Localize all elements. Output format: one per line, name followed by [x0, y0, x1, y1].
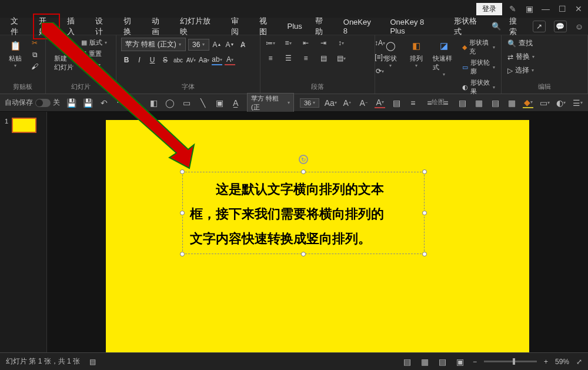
zoom-in-icon[interactable]: + [544, 358, 548, 366]
tab-onekey8plus[interactable]: OneKey 8 Plus [385, 15, 447, 38]
shape-effect-button[interactable]: ◐形状效果▾ [461, 78, 496, 96]
line-spacing-icon[interactable]: ↕▾ [336, 38, 346, 48]
underline-button[interactable]: U [147, 55, 158, 65]
arrange-icon-qat[interactable]: ◧ [148, 98, 159, 108]
qat-align3[interactable]: ▦ [506, 98, 517, 108]
view-sorter-icon[interactable]: ▦ [420, 356, 430, 367]
qat-align2[interactable]: ▤ [490, 98, 500, 108]
qat-outline[interactable]: ▭▾ [539, 98, 550, 108]
bullets-icon[interactable]: ≔▾ [265, 38, 276, 48]
fit-screen-icon[interactable]: ⤢ [576, 358, 582, 366]
handle-s[interactable] [301, 252, 306, 256]
cut-icon[interactable]: ✂ [29, 38, 40, 48]
handle-n[interactable] [301, 169, 306, 174]
handle-ne[interactable] [422, 169, 427, 174]
align-left-icon[interactable]: ≡ [265, 53, 276, 64]
clear-format-icon[interactable]: A̷ [238, 39, 248, 50]
indent-inc-icon[interactable]: ⇥ [318, 38, 329, 48]
qat-size-combo[interactable]: 36▾ [300, 98, 319, 108]
zoom-out-icon[interactable]: − [473, 358, 477, 366]
view-slideshow-icon[interactable]: ▣ [455, 356, 466, 367]
decrease-font-icon[interactable]: A▼ [225, 39, 235, 50]
textbox-icon-qat[interactable]: A̲ [230, 98, 241, 108]
zoom-slider[interactable] [484, 361, 537, 362]
draw-tool-icon[interactable]: ✎ [507, 3, 519, 15]
view-reading-icon[interactable]: ▤ [437, 356, 448, 367]
handle-e[interactable] [422, 211, 427, 215]
arrange-button[interactable]: ◧ 排列▾ [406, 38, 427, 69]
minimize-icon[interactable]: — [540, 3, 552, 15]
close-icon[interactable]: ✕ [573, 3, 584, 15]
rect-icon-qat[interactable]: ▭ [181, 98, 192, 108]
qat-more[interactable]: ☰▾ [572, 98, 583, 108]
numbering-icon[interactable]: ≡▾ [283, 38, 293, 48]
qat-fontcolor[interactable]: A▾ [375, 98, 385, 108]
qat-align[interactable]: ▤ [391, 98, 402, 108]
align-center-icon[interactable]: ☰ [283, 53, 293, 64]
qat-fill[interactable]: ◆▾ [523, 98, 533, 108]
slide-canvas[interactable]: ↻ 这是默认文字横向排列的文本 框，接下来我们需要将横向排列的 文字内容快速转换… [106, 120, 529, 352]
ribbon-options-icon[interactable]: ▣ [523, 3, 535, 15]
search-label[interactable]: 搜索 [509, 16, 524, 37]
frame-icon-qat[interactable]: ▣ [214, 98, 225, 108]
save-icon-2[interactable]: 💾 [82, 98, 93, 108]
handle-w[interactable] [180, 211, 185, 215]
replace-button[interactable]: ⇄替换▾ [506, 51, 536, 62]
zoom-value[interactable]: 59% [555, 358, 569, 366]
from-start-icon[interactable]: ▷ [132, 98, 142, 108]
slide-thumbnail[interactable]: 1 [5, 118, 42, 133]
find-button[interactable]: 🔍查找 [506, 38, 536, 49]
section-button[interactable]: ▤节▾ [80, 60, 108, 70]
quickstyle-button[interactable]: ◪ 快速样式▾ [432, 38, 456, 78]
handle-se[interactable] [422, 252, 427, 256]
handle-nw[interactable] [180, 169, 185, 174]
selected-textbox[interactable]: ↻ 这是默认文字横向排列的文本 框，接下来我们需要将横向排列的 文字内容快速转换… [182, 172, 425, 254]
shape-outline-button[interactable]: ▭形状轮廓▾ [461, 58, 496, 76]
shape-fill-button[interactable]: ◆形状填充▾ [461, 38, 496, 56]
highlight-button[interactable]: ab▾ [212, 55, 222, 65]
maximize-icon[interactable]: ☐ [556, 3, 568, 15]
comment-icon[interactable]: 💬 [554, 21, 567, 32]
qat-align-r[interactable]: ≡ [440, 98, 451, 108]
shape-icon-qat[interactable]: ◯ [165, 98, 175, 108]
qat-dist[interactable]: ▦ [473, 98, 484, 108]
increase-font-icon[interactable]: A▲ [212, 39, 222, 50]
tab-onekey8[interactable]: OneKey 8 [338, 15, 383, 38]
line-icon-qat[interactable]: ╲ [198, 98, 208, 108]
strike-button[interactable]: S [160, 55, 171, 65]
share-icon[interactable]: ↗ [533, 21, 546, 32]
font-color-button[interactable]: A▾ [225, 55, 235, 65]
tab-plus[interactable]: Plus [282, 19, 308, 33]
notes-icon[interactable]: ▤ [89, 358, 96, 366]
copy-icon[interactable]: ⧉ [29, 49, 40, 60]
paste-button[interactable]: 📋 粘贴 ▾ [5, 38, 26, 69]
spacing-button[interactable]: AV▾ [186, 55, 196, 65]
format-painter-icon[interactable]: 🖌 [29, 61, 40, 72]
shadow-button[interactable]: abc [173, 55, 183, 65]
autosave-toggle[interactable]: 自动保存 关 [5, 98, 60, 108]
new-slide-button[interactable]: ▭ 新建 幻灯片 [51, 38, 76, 73]
qat-incfont[interactable]: A+ [342, 98, 352, 108]
qat-align-l[interactable]: ≡ [407, 98, 418, 108]
qat-effect[interactable]: ◐▾ [556, 98, 566, 108]
changecase-button[interactable]: Aa▾ [199, 55, 209, 65]
font-size-combo[interactable]: 36▾ [188, 39, 209, 51]
layout-button[interactable]: ▦版式▾ [80, 38, 108, 48]
reset-button[interactable]: ↺重置 [80, 49, 108, 59]
canvas-zone[interactable]: ↻ 这是默认文字横向排列的文本 框，接下来我们需要将横向排列的 文字内容快速转换… [47, 112, 588, 352]
qat-align-c[interactable]: ≡ [424, 98, 435, 108]
distribute-icon[interactable]: ▤▾ [336, 53, 346, 64]
save-icon[interactable]: 💾 [66, 98, 76, 108]
justify-icon[interactable]: ▤ [318, 53, 329, 64]
bold-button[interactable]: B [121, 55, 132, 65]
qat-font-combo[interactable]: 苹方 特粗 (正▾ [247, 93, 294, 113]
qat-justify[interactable]: ▤ [457, 98, 467, 108]
rotate-handle-icon[interactable]: ↻ [299, 155, 308, 164]
indent-dec-icon[interactable]: ⇤ [300, 38, 311, 48]
qat-changecase[interactable]: Aa▾ [325, 98, 336, 108]
qat-decfont[interactable]: A− [358, 98, 369, 108]
view-normal-icon[interactable]: ▤ [402, 356, 413, 367]
redo-icon[interactable]: ↷ [115, 98, 126, 108]
select-button[interactable]: ▷选择▾ [506, 65, 536, 76]
shapes-button[interactable]: ◯ 形状▾ [380, 38, 401, 69]
